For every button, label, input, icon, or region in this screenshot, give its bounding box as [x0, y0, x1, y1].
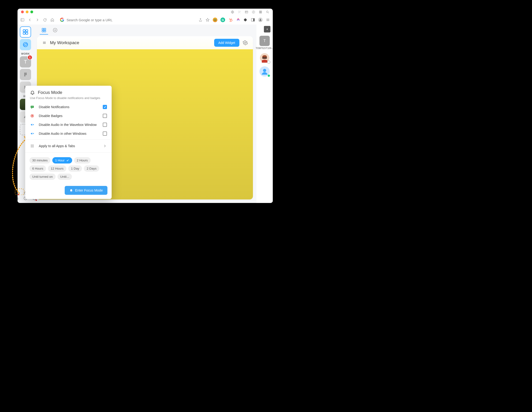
svg-rect-1: [245, 11, 248, 13]
hamburger-icon[interactable]: [42, 40, 47, 45]
presence-dot-2: [267, 74, 270, 77]
svg-point-59: [32, 147, 32, 147]
svg-rect-3: [259, 11, 262, 13]
table-icon[interactable]: [245, 10, 248, 14]
tab-add[interactable]: [51, 26, 59, 35]
panel-icon[interactable]: [251, 18, 255, 22]
profile-icon[interactable]: [258, 18, 263, 22]
url-placeholder: Search Google or type a URL: [66, 18, 113, 22]
chat-icon: [30, 105, 35, 109]
checkbox[interactable]: [103, 132, 107, 136]
sidebar-home[interactable]: [20, 26, 31, 38]
svg-point-8: [214, 19, 215, 20]
svg-point-9: [216, 19, 216, 20]
svg-rect-34: [44, 28, 46, 30]
svg-point-13: [229, 21, 230, 22]
popover-header: Focus Mode Use Focus Mode to disable not…: [25, 86, 112, 103]
sidebar-explore[interactable]: [20, 39, 31, 50]
svg-rect-20: [26, 32, 28, 34]
url-bar[interactable]: Search Google or type a URL: [58, 16, 195, 23]
maximize-window[interactable]: [30, 10, 33, 13]
compass-icon[interactable]: [252, 10, 255, 14]
back-icon[interactable]: [28, 18, 32, 22]
duration-chip[interactable]: 12 Hours: [48, 165, 66, 172]
focus-option-row[interactable]: Disable Badges: [25, 111, 112, 120]
right-user-label: TOMTEST109...: [256, 47, 273, 49]
svg-point-55: [31, 146, 31, 146]
gift-icon[interactable]: [18, 196, 19, 200]
svg-rect-19: [23, 32, 25, 34]
tab-workspace[interactable]: [40, 26, 48, 35]
search-icon[interactable]: [266, 10, 269, 14]
svg-rect-17: [23, 30, 25, 32]
duration-chip[interactable]: 1 Day: [68, 165, 82, 172]
duration-chip[interactable]: 6 Hours: [29, 165, 46, 172]
grammarly-icon[interactable]: G: [220, 18, 225, 22]
add-widget-button[interactable]: Add Widget: [214, 39, 239, 47]
svg-point-41: [265, 57, 266, 58]
focus-option-label: Disable Notifications: [39, 105, 99, 109]
svg-point-24: [26, 73, 27, 74]
svg-point-26: [24, 74, 26, 75]
duration-chip[interactable]: 1 Hour: [52, 157, 72, 163]
focus-option-row[interactable]: Disable Notifications: [25, 103, 112, 111]
duration-chip[interactable]: 2 Days: [84, 165, 99, 172]
home-icon[interactable]: [50, 18, 54, 22]
bell-outline-icon: [30, 90, 35, 95]
sidebar-item-figma[interactable]: [20, 69, 31, 80]
extensions-puzzle-icon[interactable]: [244, 18, 248, 22]
svg-rect-36: [44, 30, 46, 32]
checkbox[interactable]: [103, 123, 107, 127]
hubspot-icon[interactable]: [228, 18, 233, 22]
focus-option-row[interactable]: Disable Audio in the Wavebox Window: [25, 120, 112, 129]
svg-rect-30: [18, 198, 18, 200]
collapse-right-bar[interactable]: [264, 26, 270, 32]
right-bar: T TOMTEST109...: [256, 25, 273, 203]
svg-point-38: [245, 42, 246, 43]
svg-point-23: [24, 73, 26, 74]
svg-rect-15: [253, 19, 255, 21]
duration-chip[interactable]: Until turned on: [29, 173, 56, 180]
star-icon[interactable]: [206, 18, 210, 22]
extensions: G: [198, 18, 270, 22]
sidebar-group-label-work: WORK: [21, 52, 30, 55]
minimize-window[interactable]: [26, 10, 28, 13]
enter-focus-mode-button[interactable]: Enter Focus Mode: [65, 186, 107, 195]
share-icon[interactable]: [198, 18, 202, 22]
browser-toolbar: Search Google or type a URL G: [18, 15, 273, 25]
bell-icon[interactable]: [18, 191, 19, 195]
target-icon: [30, 114, 35, 118]
popover-subtitle: Use Focus Mode to disable notifications …: [30, 96, 107, 100]
close-window[interactable]: [21, 10, 24, 13]
traffic-lights: [21, 10, 33, 13]
forward-icon[interactable]: [35, 18, 39, 22]
gear-icon[interactable]: [243, 40, 248, 45]
checkbox[interactable]: [103, 105, 107, 109]
duration-chip[interactable]: Until...: [57, 173, 72, 180]
duration-chip[interactable]: 2 Hours: [74, 157, 91, 163]
apply-to-all-row[interactable]: Apply to all Apps & Tabs: [25, 141, 112, 151]
svg-point-4: [266, 11, 268, 13]
sidebar-toggle-icon[interactable]: [20, 18, 25, 22]
svg-point-51: [32, 115, 33, 116]
apps-grid-icon: [30, 144, 35, 148]
right-avatar-1[interactable]: [259, 53, 270, 63]
reload-icon[interactable]: [43, 18, 47, 22]
grid-icon[interactable]: [259, 10, 262, 14]
checkbox[interactable]: [103, 114, 107, 118]
menu-icon[interactable]: [266, 18, 270, 22]
sidebar-item-t[interactable]: T 1: [20, 56, 31, 67]
right-user-tile[interactable]: T: [259, 36, 270, 46]
clickup-icon[interactable]: [236, 18, 240, 22]
frog-avatar-icon[interactable]: [213, 18, 218, 22]
svg-rect-35: [42, 30, 44, 32]
globe-icon[interactable]: [231, 10, 234, 14]
focus-option-row[interactable]: Disable Audio in other Windows: [25, 129, 112, 138]
wand-icon[interactable]: [238, 10, 241, 14]
svg-point-11: [231, 19, 231, 19]
duration-chip[interactable]: 30 minutes: [29, 157, 50, 163]
svg-point-49: [33, 106, 33, 107]
popover-title: Focus Mode: [38, 90, 62, 95]
right-avatar-2[interactable]: [259, 66, 270, 77]
svg-rect-33: [42, 28, 44, 30]
